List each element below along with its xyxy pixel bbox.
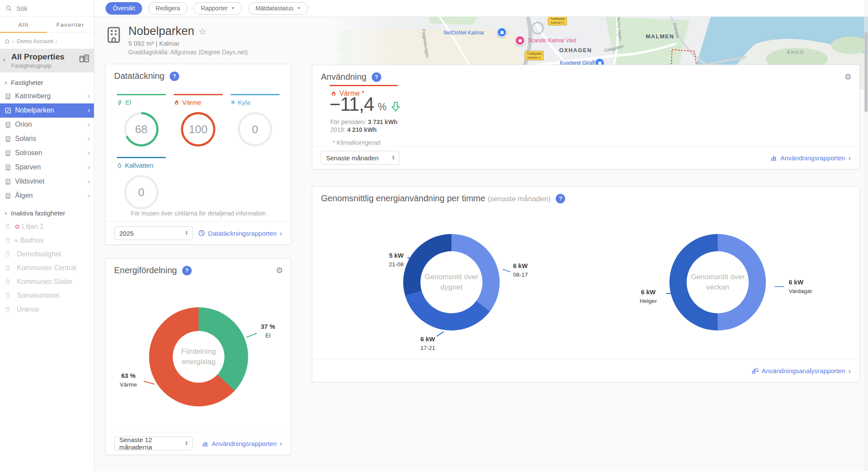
period-select[interactable]: Senaste 12 månaderna ▲▼ xyxy=(114,437,193,450)
map-label: ÄNGÖ xyxy=(787,50,804,55)
sidebar-item-inactive-property[interactable]: ✿ Liljan 1 xyxy=(0,220,94,234)
sidebar-item-inactive-property[interactable]: Kommunen Söder xyxy=(0,275,94,289)
property-label: Katrineberg xyxy=(15,92,51,100)
chevron-down-icon: ▼ xyxy=(231,6,235,10)
gauge-ring[interactable]: 100 xyxy=(181,112,215,147)
gear-icon[interactable]: ⚙ xyxy=(276,266,283,274)
map-label: OXHAGEN xyxy=(559,47,592,53)
period-select[interactable]: Senaste månaden ▲▼ xyxy=(321,151,399,165)
chevron-right-icon: › xyxy=(848,154,851,162)
property-emoji-icon: ≈ xyxy=(15,237,18,244)
help-icon[interactable]: ? xyxy=(182,266,192,275)
sidebar-item-property[interactable]: Orion › xyxy=(0,118,94,132)
help-icon[interactable]: ? xyxy=(170,72,179,81)
sidebar-item-property[interactable]: Vildsvinet › xyxy=(0,175,94,189)
callout-line xyxy=(666,293,675,294)
sidebar-item-property[interactable]: Solaris › xyxy=(0,132,94,146)
gauge-varme[interactable]: Värme 100 xyxy=(174,94,223,147)
card-hourly-usage: Genomsnittlig energianvändning per timme… xyxy=(312,186,860,382)
building-icon xyxy=(5,136,11,142)
gauge-ring[interactable]: 0 xyxy=(238,112,272,147)
scrollbar-thumb[interactable] xyxy=(865,32,868,112)
building-icon xyxy=(5,178,11,185)
sidebar-item-property[interactable]: Katrineberg › xyxy=(0,89,94,103)
gauge-ring[interactable]: 0 xyxy=(124,175,159,209)
gauge-value: 100 xyxy=(181,112,215,147)
stepper-icon: ▲▼ xyxy=(185,441,188,446)
top-navigation: Översikt Redigera Rapporter ▼ Mätdatasta… xyxy=(94,0,868,17)
home-icon[interactable] xyxy=(4,38,10,44)
arrow-down-icon xyxy=(391,101,401,112)
sidebar-item-property[interactable]: Älgen › xyxy=(0,189,94,203)
sidebar-item-inactive-property[interactable]: Demofastighet xyxy=(0,247,94,261)
donut-chart-day[interactable]: Genomsnitt över dygnet xyxy=(403,234,500,331)
property-label: Solaris xyxy=(15,135,36,143)
nav-button[interactable]: Översikt xyxy=(106,2,142,15)
usage-analysis-report-link[interactable]: Användningsanalysrapporten › xyxy=(751,367,851,374)
chevron-right-icon: › xyxy=(88,163,90,171)
donut-chart-energy-distribution[interactable]: Fördelning energislag xyxy=(149,307,248,406)
favorite-star-icon[interactable]: ☆ xyxy=(199,27,206,36)
sidebar-item-inactive-property[interactable]: Solnakontoret xyxy=(0,289,94,303)
nav-button[interactable]: Mätdatastatus ▼ xyxy=(248,2,308,15)
property-group-header[interactable]: ‹ All Properties Fastighetsgrupp xyxy=(0,49,94,72)
help-icon[interactable]: ? xyxy=(556,194,565,203)
section-properties[interactable]: ∧ Fastigheter xyxy=(0,72,94,89)
chart-magnifier-icon xyxy=(751,367,759,374)
flame-icon xyxy=(174,100,180,106)
building-icon xyxy=(5,150,11,156)
map-pin-icon[interactable] xyxy=(515,35,525,46)
data-coverage-report-link[interactable]: Datatäckningsrapporten › xyxy=(198,230,282,237)
usage-report-link[interactable]: Användningsrapporten › xyxy=(770,154,851,162)
sidebar-item-property[interactable]: Nobelparken › xyxy=(0,103,94,118)
section-inactive-properties[interactable]: ∧ Inaktiva fastigheter xyxy=(0,203,94,220)
gauge-label: Kallvatten xyxy=(125,162,153,169)
property-label: Nobelparken xyxy=(15,106,54,114)
card-title: Användning xyxy=(321,72,367,82)
sidebar-item-property[interactable]: Solrosen › xyxy=(0,146,94,160)
property-label: Liljan 1 xyxy=(22,223,44,231)
breadcrumb-separator: › xyxy=(12,38,14,44)
search-input[interactable]: Sök xyxy=(0,0,94,17)
sidebar-tab[interactable]: Allt xyxy=(0,17,47,32)
nav-button[interactable]: Redigera xyxy=(148,2,187,15)
breadcrumb-separator: › xyxy=(56,38,58,44)
sidebar-item-property[interactable]: Sparven › xyxy=(0,160,94,175)
usage-report-link[interactable]: Användningsrapporten › xyxy=(202,440,282,447)
breadcrumb-account[interactable]: Demo Account xyxy=(17,38,53,44)
buildings-icon xyxy=(79,54,89,62)
callout-day: 6 kW 08-17 xyxy=(513,262,528,279)
gauge-el[interactable]: El 68 xyxy=(117,94,166,147)
year-select[interactable]: 2025 ▲▼ xyxy=(114,226,193,240)
building-icon xyxy=(5,122,11,128)
bar-chart-icon xyxy=(202,440,208,447)
sidebar-item-inactive-property[interactable]: Uranus xyxy=(0,303,94,316)
chevron-right-icon: › xyxy=(280,230,282,237)
sidebar-item-inactive-property[interactable]: ≈ Badhus xyxy=(0,234,94,247)
building-icon xyxy=(5,193,11,199)
search-icon xyxy=(6,5,12,12)
nav-button[interactable]: Rapporter ▼ xyxy=(193,2,242,15)
trash-icon xyxy=(5,292,11,299)
breadcrumb[interactable]: › Demo Account › xyxy=(0,33,94,49)
callout-line xyxy=(502,269,511,272)
page-header: Nobelparken☆ 5 092 m² | Kalmar Graddagsk… xyxy=(106,25,248,56)
gauge-kyla[interactable]: ❄Kyla 0 xyxy=(230,94,280,147)
trash-icon xyxy=(5,251,11,257)
usage-period: För perioden: 3 731 kWh xyxy=(330,119,398,125)
gauge-ring[interactable]: 68 xyxy=(124,112,159,147)
gear-icon[interactable]: ⚙ xyxy=(844,73,852,81)
droplet-icon xyxy=(117,162,122,168)
building-icon xyxy=(106,26,122,56)
property-label: Sparven xyxy=(15,163,41,171)
donut-chart-week[interactable]: Genomsnitt över veckan xyxy=(669,234,766,331)
chevron-left-icon[interactable]: ‹ xyxy=(3,56,5,63)
property-list: Katrineberg › Nobelparken › xyxy=(0,89,94,203)
road-sign: TrafikplatsKalmar C xyxy=(548,17,567,25)
sidebar-item-inactive-property[interactable]: Kommunen Central xyxy=(0,261,94,275)
sidebar-tab[interactable]: Favoriter xyxy=(47,17,94,32)
gauge-kallvatten[interactable]: Kallvatten 0 xyxy=(117,157,166,209)
map-pin-icon[interactable] xyxy=(497,27,507,37)
trash-icon xyxy=(5,223,11,230)
help-icon[interactable]: ? xyxy=(372,72,381,82)
